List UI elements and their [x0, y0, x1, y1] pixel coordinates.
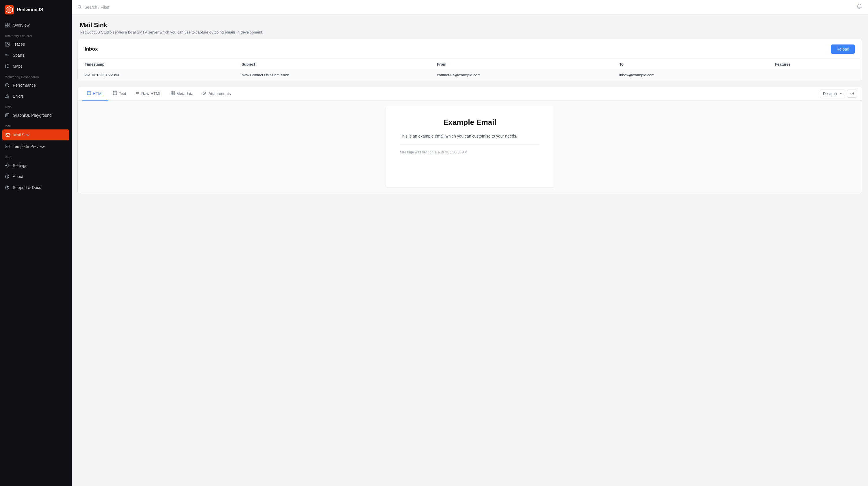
svg-point-15: [7, 175, 7, 176]
col-subject: Subject: [235, 59, 430, 70]
view-select-wrap: Desktop Mobile: [820, 87, 857, 100]
inbox-table-body: 26/10/2023, 15:23:00 New Contact Us Subm…: [78, 69, 862, 81]
sidebar-item-overview[interactable]: Overview: [0, 20, 72, 31]
sidebar-performance-label: Performance: [13, 83, 36, 88]
page-content: Mail Sink RedwoodJS Studio serves a loca…: [72, 14, 868, 486]
redwoodjs-logo-icon: [5, 5, 14, 14]
inbox-card-header: Inbox Reload: [78, 39, 862, 59]
sidebar-errors-label: Errors: [13, 94, 24, 98]
html-tab-icon: [87, 91, 91, 96]
tab-html[interactable]: HTML: [82, 87, 108, 100]
settings-icon: [5, 163, 10, 168]
cell-to: inbox@example.com: [612, 69, 768, 81]
graphql-icon: [5, 113, 10, 118]
col-timestamp: Timestamp: [78, 59, 235, 70]
sidebar-settings-label: Settings: [13, 163, 27, 168]
svg-rect-5: [5, 25, 7, 27]
col-features: Features: [768, 59, 862, 70]
cell-timestamp: 26/10/2023, 15:23:00: [78, 69, 235, 81]
sidebar-overview-label: Overview: [13, 23, 29, 27]
sidebar-item-support[interactable]: Support & Docs: [0, 182, 72, 193]
search-icon: [78, 5, 82, 9]
sidebar-graphql-label: GraphiQL Playground: [13, 113, 52, 118]
email-preview-inner: Example Email This is an example email w…: [386, 106, 554, 187]
inbox-title: Inbox: [85, 46, 98, 52]
sidebar-item-maps[interactable]: Maps: [0, 61, 72, 72]
svg-rect-12: [5, 145, 9, 148]
svg-rect-24: [173, 93, 175, 95]
template-preview-icon: [5, 144, 10, 149]
about-icon: [5, 174, 10, 179]
apis-section-label: APIs: [0, 102, 72, 110]
mail-section-label: Mail: [0, 121, 72, 129]
cell-features: [768, 69, 862, 81]
inbox-table: Timestamp Subject From To Features 26/10…: [78, 59, 862, 81]
sidebar-traces-label: Traces: [13, 42, 25, 47]
svg-rect-11: [6, 133, 10, 136]
page-header: Mail Sink RedwoodJS Studio serves a loca…: [72, 14, 868, 39]
tab-text[interactable]: Text: [108, 87, 131, 100]
svg-rect-21: [171, 91, 173, 93]
sidebar-item-performance[interactable]: Performance: [0, 80, 72, 91]
tab-raw-html[interactable]: Raw HTML: [131, 87, 166, 100]
search-area[interactable]: Search / Filter: [78, 5, 110, 9]
sidebar-item-traces[interactable]: Traces: [0, 39, 72, 50]
sidebar-item-spans[interactable]: Spans: [0, 50, 72, 61]
sidebar-item-mail-sink[interactable]: Mail Sink: [2, 129, 69, 141]
table-row[interactable]: 26/10/2023, 15:23:00 New Contact Us Subm…: [78, 69, 862, 81]
sidebar-maps-label: Maps: [13, 64, 23, 68]
support-icon: [5, 185, 10, 190]
app-logo: RedwoodJS: [0, 0, 72, 20]
mail-sink-icon: [5, 132, 10, 138]
reload-button[interactable]: Reload: [831, 44, 855, 54]
search-placeholder: Search / Filter: [84, 5, 110, 9]
refresh-preview-button[interactable]: [847, 90, 857, 98]
attachments-tab-icon: [203, 91, 207, 96]
performance-icon: [5, 83, 10, 88]
app-name: RedwoodJS: [17, 7, 43, 12]
inbox-table-head: Timestamp Subject From To Features: [78, 59, 862, 70]
col-to: To: [612, 59, 768, 70]
telemetry-section-label: Telemetry Explorer: [0, 31, 72, 39]
tab-raw-html-label: Raw HTML: [141, 91, 161, 96]
misc-section-label: Misc.: [0, 152, 72, 160]
email-preview-footer: Message was sent on 1/1/1970, 1:00:00 AM: [400, 150, 540, 154]
sidebar-spans-label: Spans: [13, 53, 24, 58]
errors-icon: [5, 94, 10, 99]
svg-rect-6: [7, 25, 9, 27]
main-content: Search / Filter Mail Sink RedwoodJS Stud…: [72, 0, 868, 486]
inbox-table-header-row: Timestamp Subject From To Features: [78, 59, 862, 70]
sidebar-item-graphql[interactable]: GraphiQL Playground: [0, 110, 72, 121]
email-preview-divider: [400, 144, 540, 145]
sidebar-item-settings[interactable]: Settings: [0, 160, 72, 171]
view-select[interactable]: Desktop Mobile: [820, 90, 845, 98]
sidebar-item-about[interactable]: About: [0, 171, 72, 182]
email-detail-card: HTML Text Raw HTML: [78, 87, 862, 193]
notification-bell-icon[interactable]: [857, 3, 862, 11]
sidebar-item-errors[interactable]: Errors: [0, 91, 72, 102]
email-preview-body: This is an example email which you can c…: [400, 134, 540, 139]
tab-html-label: HTML: [93, 91, 104, 96]
sidebar-about-label: About: [13, 174, 23, 179]
sidebar-mail-sink-label: Mail Sink: [13, 133, 30, 137]
sidebar: RedwoodJS Overview Telemetry Explorer Tr…: [0, 0, 72, 486]
svg-point-13: [7, 165, 8, 166]
svg-rect-22: [173, 91, 175, 93]
sidebar-item-template-preview[interactable]: Template Preview: [0, 141, 72, 152]
maps-icon: [5, 64, 10, 69]
tab-metadata[interactable]: Metadata: [166, 87, 198, 100]
tab-text-label: Text: [119, 91, 126, 96]
tab-attachments[interactable]: Attachments: [198, 87, 236, 100]
email-preview-area: Example Email This is an example email w…: [78, 100, 862, 193]
svg-rect-23: [171, 93, 173, 95]
raw-html-tab-icon: [135, 91, 140, 96]
refresh-icon: [850, 92, 854, 96]
tab-metadata-label: Metadata: [177, 91, 193, 96]
page-title: Mail Sink: [80, 21, 860, 29]
metadata-tab-icon: [171, 91, 175, 96]
svg-point-9: [7, 97, 7, 97]
col-from: From: [430, 59, 612, 70]
overview-icon: [5, 23, 10, 28]
email-tabs: HTML Text Raw HTML: [78, 87, 862, 100]
text-tab-icon: [113, 91, 117, 96]
